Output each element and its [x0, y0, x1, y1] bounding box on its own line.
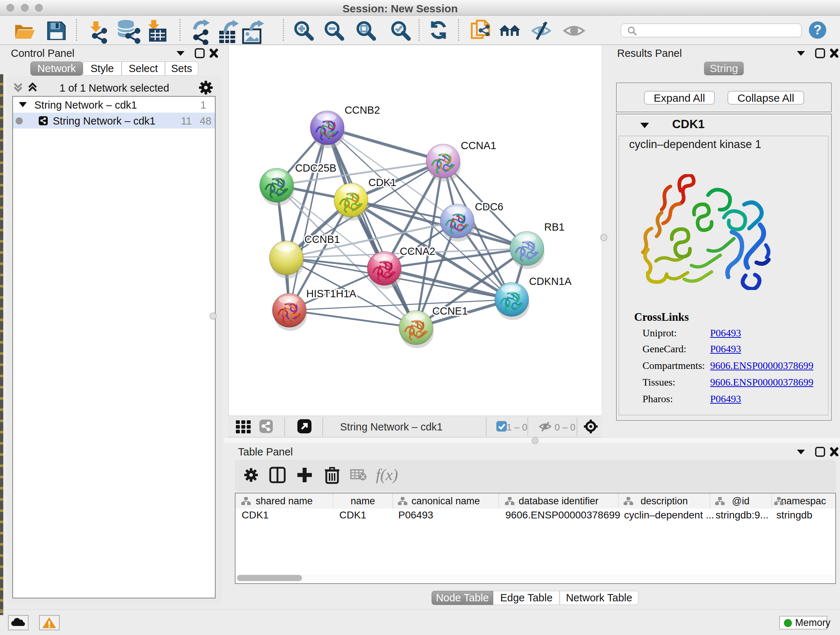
svg-text:CCNB1: CCNB1 [305, 233, 340, 245]
svg-text:CDK1: CDK1 [368, 177, 396, 188]
svg-text:f(x): f(x) [376, 466, 398, 484]
svg-text:CCNA1: CCNA1 [461, 140, 496, 151]
svg-text:CDC6: CDC6 [475, 201, 504, 212]
svg-text:CDKN1A: CDKN1A [529, 276, 572, 287]
svg-text:?: ? [813, 22, 821, 37]
svg-text:RB1: RB1 [544, 221, 564, 233]
svg-text:CDC25B: CDC25B [295, 162, 336, 174]
svg-text:CCNA2: CCNA2 [400, 245, 435, 257]
svg-text:HIST1H1A: HIST1H1A [306, 288, 357, 299]
svg-text:CCNB2: CCNB2 [344, 104, 380, 116]
svg-text:CCNE1: CCNE1 [432, 305, 468, 317]
